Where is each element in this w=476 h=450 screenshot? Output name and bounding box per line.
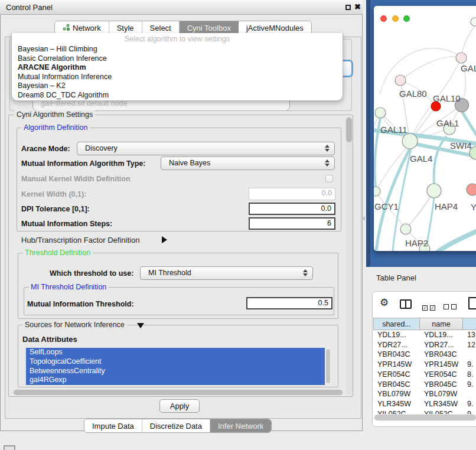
dropdown-placeholder: Select algorithm to view settings bbox=[12, 33, 343, 45]
unchecked-box-icon bbox=[451, 304, 457, 309]
table-row[interactable]: YBR045C YBR045C 9. bbox=[373, 380, 476, 390]
tab-infer-network[interactable]: Infer Network bbox=[210, 419, 271, 432]
minimized-panel-button[interactable] bbox=[4, 445, 15, 450]
tab-discretize-data-label: Discretize Data bbox=[150, 422, 202, 431]
node-label: GAL4 bbox=[410, 154, 432, 164]
node-salmon[interactable] bbox=[467, 184, 476, 195]
dropdown-item[interactable]: Bayesian – K2 bbox=[12, 81, 343, 91]
node-label: GAL80 bbox=[399, 89, 427, 99]
tab-jactivemnodules[interactable]: jActiveMNodules bbox=[239, 21, 311, 34]
cell-shared: YBR045C bbox=[377, 380, 410, 390]
node-label: GAL bbox=[461, 63, 476, 73]
table-panel-title: Table Panel bbox=[376, 273, 416, 282]
table-row[interactable]: YPR145W YPR145W 9. bbox=[373, 360, 476, 370]
table-row[interactable]: YIL052C YIL052C 9. bbox=[373, 409, 476, 414]
cell-name: YER054C bbox=[424, 370, 457, 380]
table-row[interactable]: YBL079W YBL079W bbox=[373, 389, 476, 399]
table-hscrollbar[interactable] bbox=[374, 414, 476, 421]
spinner-arrows-icon bbox=[325, 159, 330, 167]
deselect-all-columns-icon[interactable] bbox=[444, 301, 459, 312]
node-label: SWI4 bbox=[450, 141, 472, 151]
zoom-traffic-light[interactable] bbox=[403, 15, 410, 22]
cell-shared: YDL19... bbox=[377, 330, 406, 340]
hub-definition-expander[interactable]: Hub/Transcription Factor Definition bbox=[21, 236, 139, 244]
dropdown-item[interactable]: Dream8 DC_TDC Algorithm bbox=[12, 91, 343, 100]
tab-cyni-toolbox[interactable]: Cyni Toolbox bbox=[180, 21, 239, 34]
settings-hscrollbar-thumb[interactable] bbox=[14, 390, 343, 395]
export-table-icon[interactable] bbox=[468, 297, 476, 309]
select-all-columns-icon[interactable]: ✓✓ bbox=[422, 301, 438, 312]
node[interactable] bbox=[471, 18, 476, 26]
cell-shared: YBR043C bbox=[377, 350, 410, 360]
apply-button[interactable]: Apply bbox=[159, 399, 200, 413]
node-label: GAL1 bbox=[436, 118, 459, 128]
dropdown-item[interactable]: Bayesian – Hill Climbing bbox=[12, 45, 343, 54]
minimize-traffic-light[interactable] bbox=[392, 15, 399, 22]
settings-hscrollbar[interactable] bbox=[13, 389, 344, 396]
mi-steps-label: Mutual Information Steps: bbox=[21, 220, 112, 228]
aracne-mode-value: Discovery bbox=[85, 142, 118, 155]
splitter-arrow-icon[interactable] bbox=[361, 216, 365, 221]
list-item-selected[interactable]: SelfLoops bbox=[26, 348, 325, 357]
table-row[interactable]: YDL19... YDL19... 13 bbox=[373, 330, 476, 340]
column-header-partial[interactable] bbox=[463, 318, 476, 330]
node-gal11[interactable] bbox=[375, 107, 386, 118]
table-row[interactable]: YLR345W YLR345W 9. bbox=[373, 399, 476, 409]
network-window[interactable]: GAL GAL80 GAL10 GAL11 GAL1 SWI4 GAL4 GCY… bbox=[374, 6, 476, 251]
node-gcy1[interactable] bbox=[374, 187, 380, 196]
list-item-selected[interactable]: BetweennessCentrality bbox=[26, 367, 325, 376]
node-gal-pink[interactable] bbox=[456, 53, 467, 63]
node-label: GCY1 bbox=[374, 201, 399, 211]
settings-scrollbar-thumb[interactable] bbox=[346, 118, 352, 142]
mi-steps-field[interactable]: 6 bbox=[249, 217, 335, 230]
expander-collapsed-icon[interactable] bbox=[162, 236, 167, 243]
which-threshold-combo[interactable]: MI Threshold bbox=[140, 266, 313, 280]
network-canvas[interactable]: GAL GAL80 GAL10 GAL11 GAL1 SWI4 GAL4 GCY… bbox=[374, 6, 476, 251]
desktop-edge bbox=[366, 0, 370, 267]
table-row[interactable]: YDR27... YDR27... 12 bbox=[373, 340, 476, 350]
column-visibility-icon[interactable] bbox=[400, 299, 412, 309]
list-item-selected[interactable]: TopologicalCoefficient bbox=[26, 357, 325, 367]
node-hap2[interactable] bbox=[400, 224, 411, 234]
tab-style[interactable]: Style bbox=[109, 21, 142, 34]
attributes-scrollbar[interactable] bbox=[325, 348, 331, 384]
column-header-name[interactable]: name bbox=[420, 318, 463, 330]
dropdown-item[interactable]: Mutual Information Inference bbox=[12, 73, 343, 82]
dropdown-item[interactable]: Basic Correlation Inference bbox=[12, 54, 343, 64]
close-traffic-light[interactable] bbox=[380, 15, 387, 22]
node-hap4[interactable] bbox=[427, 184, 441, 198]
dpi-tolerance-field[interactable]: 0.0 bbox=[249, 203, 335, 215]
mi-threshold-field[interactable]: 0.5 bbox=[246, 297, 332, 309]
settings-scrollbar[interactable] bbox=[345, 116, 353, 394]
dropdown-item-aracne[interactable]: ARACNE Algorithm bbox=[12, 63, 343, 73]
which-threshold-label: Which threshold to use: bbox=[50, 269, 133, 278]
close-icon[interactable]: ✖ bbox=[354, 2, 361, 11]
cell-name: YBR045C bbox=[424, 380, 457, 390]
table-row[interactable]: YER054C YER054C 8. bbox=[373, 370, 476, 380]
tab-impute-data-label: Impute Data bbox=[92, 422, 134, 431]
kernel-width-field[interactable]: 0.0 bbox=[249, 188, 335, 200]
checked-box-icon: ✓ bbox=[422, 305, 428, 311]
node-gal80[interactable] bbox=[395, 75, 406, 86]
node-gal4[interactable] bbox=[402, 133, 418, 149]
float-window-icon[interactable] bbox=[345, 5, 351, 10]
cell-value: 9. bbox=[467, 409, 473, 414]
tab-impute-data[interactable]: Impute Data bbox=[84, 419, 142, 432]
manual-kernel-width-checkbox[interactable] bbox=[325, 175, 333, 182]
tab-discretize-data[interactable]: Discretize Data bbox=[142, 419, 210, 432]
column-header-shared[interactable]: shared... bbox=[373, 318, 420, 330]
sources-expander[interactable]: Sources for Network Inference bbox=[22, 321, 127, 329]
mi-type-combo[interactable]: Naive Bayes bbox=[161, 156, 335, 170]
list-item-selected[interactable]: gal4RGexp bbox=[26, 376, 325, 385]
control-panel-titlebar: Control Panel ✖ bbox=[0, 0, 363, 15]
table-row[interactable]: YBR043C YBR043C bbox=[373, 350, 476, 360]
tab-network[interactable]: Network bbox=[55, 21, 109, 34]
attributes-scrollbar-thumb[interactable] bbox=[326, 349, 330, 383]
gear-icon[interactable]: ⚙ bbox=[380, 296, 389, 309]
tab-jactivemnodules-label: jActiveMNodules bbox=[246, 24, 304, 32]
aracne-mode-combo[interactable]: Discovery bbox=[77, 142, 335, 155]
table-hscrollbar-thumb[interactable] bbox=[374, 415, 476, 420]
expander-expanded-icon[interactable] bbox=[137, 323, 144, 328]
dpi-tolerance-label: DPI Tolerance [0,1]: bbox=[21, 205, 90, 213]
tab-select[interactable]: Select bbox=[142, 21, 180, 34]
